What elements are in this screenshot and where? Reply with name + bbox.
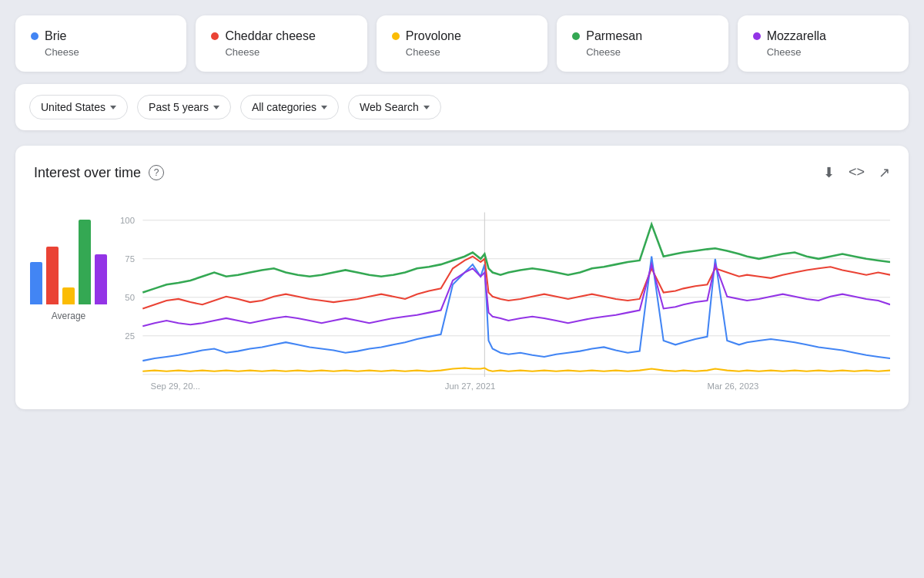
svg-text:Sep 29, 20...: Sep 29, 20... [151, 381, 200, 391]
term-name: Cheddar cheese [211, 29, 351, 43]
chart-actions: ⬇ <> ↗ [823, 164, 890, 181]
share-icon[interactable]: ↗ [879, 164, 890, 181]
download-icon[interactable]: ⬇ [823, 164, 835, 181]
search-type-chevron-icon [424, 106, 430, 109]
avg-bar-1 [46, 247, 59, 304]
term-card-mozzarella: Mozzarella Cheese [738, 15, 909, 72]
term-label: Cheddar cheese [225, 29, 315, 43]
term-card-brie: Brie Cheese [15, 15, 186, 72]
search-type-label: Web Search [360, 101, 419, 113]
term-color-dot [392, 32, 400, 40]
cheddar-line [142, 257, 890, 309]
category-chevron-icon [321, 106, 327, 109]
term-color-dot [31, 32, 38, 40]
chart-body: Average 100 75 50 25 Sep 29, 20... J [34, 204, 890, 397]
chart-header: Interest over time ? ⬇ <> ↗ [34, 164, 890, 181]
time-range-label: Past 5 years [149, 101, 209, 113]
svg-text:100: 100 [120, 216, 135, 225]
svg-text:Jun 27, 2021: Jun 27, 2021 [445, 381, 496, 391]
location-chevron-icon [110, 106, 116, 109]
term-label: Brie [45, 29, 66, 43]
category-label: All categories [252, 101, 316, 113]
term-type: Cheese [211, 46, 351, 58]
time-range-chevron-icon [213, 106, 219, 109]
term-type: Cheese [753, 46, 893, 58]
chart-svg: 100 75 50 25 Sep 29, 20... Jun 27, 2021 … [111, 204, 890, 397]
term-name: Provolone [392, 29, 532, 43]
avg-bar-3 [79, 220, 91, 304]
term-card-parmesan: Parmesan Cheese [557, 15, 728, 72]
svg-text:75: 75 [125, 254, 135, 264]
avg-bar-4 [95, 254, 107, 304]
embed-code-icon[interactable]: <> [849, 164, 865, 181]
term-name: Mozzarella [753, 29, 893, 43]
term-cards-container: Brie Cheese Cheddar cheese Cheese Provol… [15, 15, 909, 72]
chart-panel: Interest over time ? ⬇ <> ↗ Average [15, 146, 909, 409]
category-filter[interactable]: All categories [240, 95, 339, 119]
mozzarella-line [142, 264, 890, 326]
main-chart-area: 100 75 50 25 Sep 29, 20... Jun 27, 2021 … [111, 204, 890, 397]
filters-bar: United States Past 5 years All categorie… [15, 84, 909, 130]
term-label: Mozzarella [767, 29, 826, 43]
svg-text:50: 50 [125, 293, 135, 302]
term-label: Parmesan [586, 29, 642, 43]
location-filter[interactable]: United States [29, 95, 128, 119]
bars-group [30, 204, 107, 304]
chart-title-area: Interest over time ? [34, 165, 164, 181]
search-type-filter[interactable]: Web Search [348, 95, 441, 119]
term-type: Cheese [392, 46, 532, 58]
term-color-dot [211, 32, 219, 40]
provolone-line [142, 368, 890, 371]
svg-text:Mar 26, 2023: Mar 26, 2023 [707, 381, 758, 391]
svg-text:25: 25 [125, 331, 135, 341]
term-type: Cheese [572, 46, 712, 58]
chart-title: Interest over time [34, 165, 141, 181]
term-card-cheddar-cheese: Cheddar cheese Cheese [196, 15, 367, 72]
term-color-dot [753, 32, 761, 40]
time-range-filter[interactable]: Past 5 years [137, 95, 231, 119]
avg-bar-2 [62, 287, 75, 304]
term-color-dot [572, 32, 580, 40]
average-bars-container: Average [34, 204, 111, 321]
avg-bar-0 [30, 262, 42, 304]
term-type: Cheese [31, 46, 171, 58]
help-icon[interactable]: ? [149, 165, 164, 180]
term-card-provolone: Provolone Cheese [377, 15, 547, 72]
term-name: Parmesan [572, 29, 712, 43]
term-name: Brie [31, 29, 171, 43]
location-label: United States [41, 101, 105, 113]
average-label: Average [52, 311, 85, 321]
term-label: Provolone [406, 29, 461, 43]
